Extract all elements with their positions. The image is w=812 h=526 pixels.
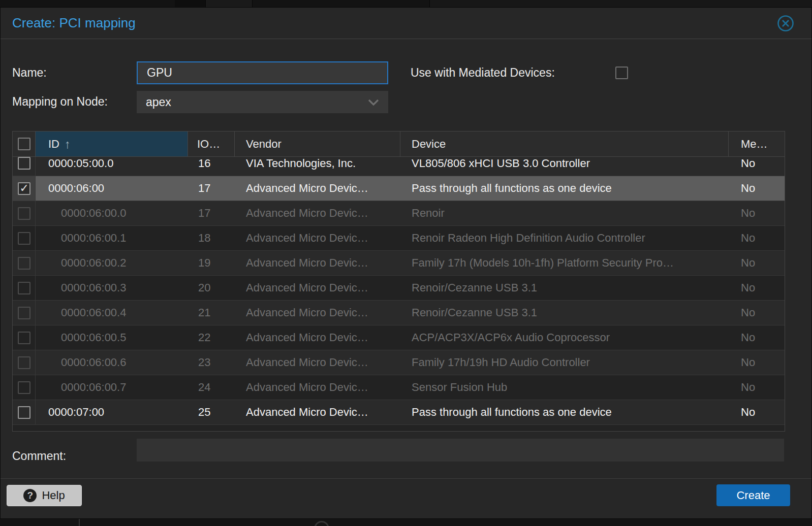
table-body: 0000:05:00.0 16 VIA Technologies, Inc. V… [13,157,785,431]
column-header-mdev[interactable]: Me… [729,132,785,156]
cell-iommu: 23 [188,350,235,375]
table-row[interactable]: 0000:06:00.7 24 Advanced Micro Devic… Se… [13,375,785,400]
cell-vendor: Advanced Micro Devic… [235,226,400,250]
select-all-cell[interactable] [13,132,36,156]
table-row[interactable]: 0000:06:00.0 17 Advanced Micro Devic… Re… [13,201,785,225]
screen: Create: PCI mapping Name: Use with Media… [0,0,812,526]
mediated-devices-label: Use with Mediated Devices: [411,66,555,80]
cell-iommu: 20 [188,276,235,300]
table-header: ID ↑ IO… Vendor Device Me… [13,132,785,157]
create-button[interactable]: Create [716,484,790,506]
table-row[interactable]: 0000:06:00 17 Advanced Micro Devic… Pass… [13,176,785,201]
cell-device: Pass through all functions as one device [400,176,729,201]
cell-mdev: No [729,226,785,250]
background-divider [79,519,80,526]
column-header-id[interactable]: ID ↑ [36,132,188,156]
cell-iommu: 17 [188,176,235,201]
cell-device: Renoir/Cezanne USB 3.1 [400,301,729,325]
cell-iommu: 24 [188,375,235,400]
cell-iommu: 17 [188,201,235,225]
table-row[interactable]: 0000:06:00.6 23 Advanced Micro Devic… Fa… [13,350,785,375]
cell-device: Family 17h/19h HD Audio Controller [400,350,729,375]
table-row[interactable]: 0000:07:00 25 Advanced Micro Devic… Pass… [13,400,785,424]
comment-input[interactable] [137,439,784,462]
cell-mdev: No [729,201,785,225]
cell-vendor: Advanced Micro Devic… [235,201,400,225]
node-select[interactable]: apex [137,91,388,113]
row-checkbox-cell [13,350,36,375]
select-all-checkbox[interactable] [18,138,30,150]
row-checkbox[interactable] [18,406,30,419]
row-checkbox[interactable] [18,157,30,170]
row-checkbox[interactable] [18,381,30,394]
background-tab [205,0,253,7]
comment-label: Comment: [12,449,66,463]
cell-id: 0000:06:00.6 [36,350,188,375]
row-checkbox[interactable] [18,332,30,344]
cell-mdev: No [729,375,785,400]
column-header-id-label: ID [48,138,59,151]
close-icon[interactable] [777,15,794,32]
row-checkbox[interactable] [18,282,30,294]
cell-vendor: Advanced Micro Devic… [235,301,400,325]
row-checkbox[interactable] [18,307,30,319]
cell-vendor: Advanced Micro Devic… [235,251,400,275]
node-label: Mapping on Node: [12,95,108,109]
sort-asc-icon: ↑ [65,137,71,151]
row-checkbox[interactable] [18,207,30,220]
row-checkbox-cell [13,201,36,225]
cell-id: 0000:06:00 [36,176,188,201]
cell-vendor: Advanced Micro Devic… [235,400,400,424]
column-header-device[interactable]: Device [400,132,729,156]
chevron-down-icon [368,99,379,106]
cell-id: 0000:07:00 [36,400,188,424]
cell-device: Renoir Radeon High Definition Audio Cont… [400,226,729,250]
help-button[interactable]: ? Help [7,485,82,506]
cell-id: 0000:06:00.4 [36,301,188,325]
cell-mdev: No [729,301,785,325]
row-checkbox-cell [13,176,36,201]
cell-mdev: No [729,325,785,350]
row-checkbox[interactable] [18,182,30,195]
background-tab [175,0,205,7]
mediated-devices-checkbox[interactable] [615,67,628,79]
background-tab [429,0,812,7]
cell-id: 0000:06:00.0 [36,201,188,225]
cell-iommu: 21 [188,301,235,325]
table-row[interactable]: 0000:06:00.2 19 Advanced Micro Devic… Fa… [13,250,785,275]
cell-vendor: Advanced Micro Devic… [235,350,400,375]
cell-mdev: No [729,251,785,275]
cell-mdev: No [729,276,785,300]
cell-iommu: 18 [188,226,235,250]
table-row[interactable]: 0000:06:00.5 22 Advanced Micro Devic… AC… [13,325,785,350]
cell-vendor: Advanced Micro Devic… [235,276,400,300]
create-pci-mapping-dialog: Create: PCI mapping Name: Use with Media… [0,7,812,519]
row-checkbox[interactable] [18,356,30,369]
cell-id: 0000:06:00.3 [36,276,188,300]
cell-mdev: No [729,350,785,375]
column-header-vendor[interactable]: Vendor [235,132,400,156]
row-checkbox-cell [13,400,36,424]
question-mark-icon: ? [23,489,37,502]
row-checkbox[interactable] [18,257,30,270]
table-row[interactable]: 0000:06:00.3 20 Advanced Micro Devic… Re… [13,275,785,300]
cell-device: Pass through all functions as one device [400,400,729,424]
cell-device: Family 17h (Models 10h-1fh) Platform Sec… [400,251,729,275]
cell-vendor: VIA Technologies, Inc. [235,157,400,176]
table-row[interactable]: 0000:06:00.1 18 Advanced Micro Devic… Re… [13,225,785,250]
name-input[interactable] [137,61,388,84]
table-row[interactable]: 0000:06:00.4 21 Advanced Micro Devic… Re… [13,300,785,325]
column-header-iommu[interactable]: IO… [188,132,235,156]
row-checkbox-cell [13,276,36,300]
cell-iommu: 16 [188,157,235,176]
row-checkbox-cell [13,226,36,250]
cell-mdev: No [729,157,785,176]
row-checkbox[interactable] [18,232,30,245]
cell-id: 0000:06:00.7 [36,375,188,400]
cell-vendor: Advanced Micro Devic… [235,176,400,201]
dialog-title: Create: PCI mapping [12,15,136,31]
cell-mdev: No [729,176,785,201]
node-selected-value: apex [146,95,171,109]
table-row[interactable]: 0000:05:00.0 16 VIA Technologies, Inc. V… [13,157,785,176]
row-checkbox-cell [13,251,36,275]
